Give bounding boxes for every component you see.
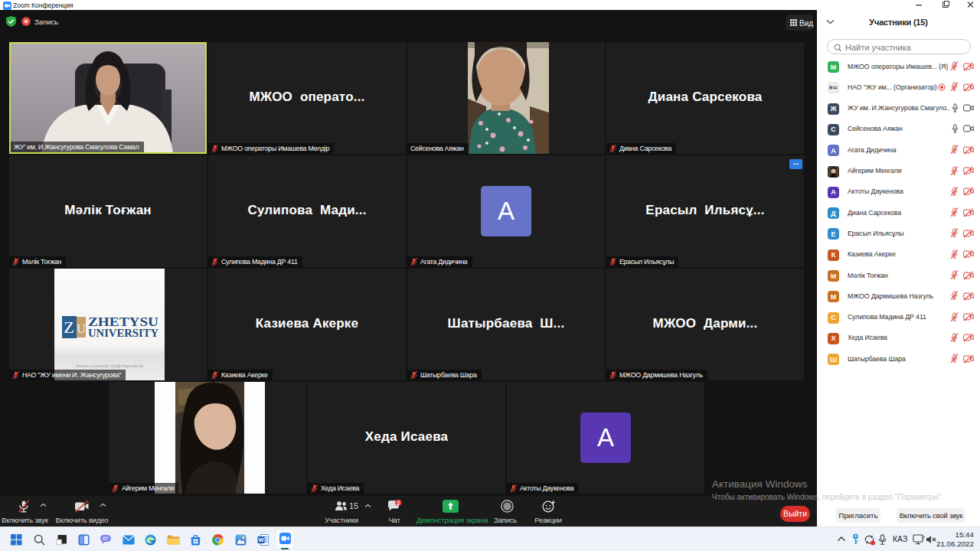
svg-text:U: U [77, 322, 86, 335]
svg-text:W: W [258, 536, 264, 543]
svg-text:2: 2 [397, 500, 400, 506]
svg-text:Z: Z [64, 318, 74, 337]
svg-text:UNIVERSITY: UNIVERSITY [88, 328, 158, 339]
svg-text:zhetysu.university vuz@zh: zhetysu.university vuz@zhgu.edu.kz [75, 364, 143, 368]
